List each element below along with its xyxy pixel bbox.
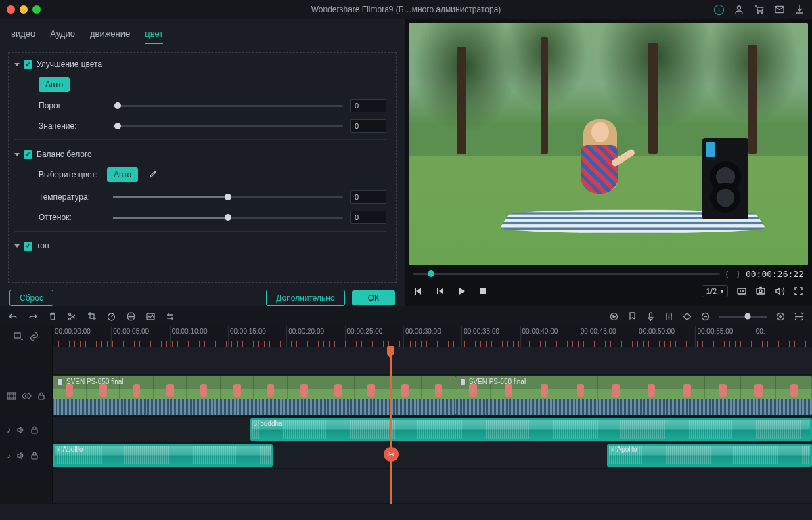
timecode-display: 00:00:26:22 [746, 269, 804, 279]
info-icon[interactable]: i [714, 5, 724, 15]
reset-button[interactable]: Сброс [9, 290, 53, 306]
temperature-value[interactable]: 0 [350, 190, 386, 204]
video-preview[interactable] [409, 23, 808, 265]
video-track-icon [7, 392, 16, 400]
threshold-value[interactable]: 0 [350, 99, 386, 112]
minimize-window[interactable] [20, 5, 28, 14]
tint-label: Оттенок: [39, 213, 106, 222]
speaker-icon[interactable] [16, 426, 25, 434]
render-icon[interactable] [609, 311, 619, 322]
keyframe-icon[interactable] [682, 311, 692, 322]
svg-rect-17 [684, 313, 691, 320]
audio-clip-apollo-1[interactable]: ♪Apolllo [53, 444, 273, 467]
speed-icon[interactable] [106, 311, 116, 322]
crop-icon[interactable] [87, 311, 97, 322]
titlebar: Wondershare Filmora9 (Б…много администра… [0, 0, 812, 19]
window-controls [7, 5, 41, 14]
prev-frame-button[interactable] [413, 286, 424, 297]
maximize-window[interactable] [32, 5, 41, 14]
note-icon: ♪ [57, 446, 60, 453]
stop-button[interactable] [478, 286, 489, 297]
temperature-slider[interactable] [113, 196, 343, 198]
wb-checkbox[interactable]: ✓ [24, 150, 32, 159]
scrub-track[interactable] [413, 273, 720, 275]
preview-zoom-dropdown[interactable]: 1/2▾ [702, 285, 728, 297]
link-icon[interactable] [29, 332, 39, 341]
delete-icon[interactable] [47, 311, 58, 322]
color-icon[interactable] [126, 311, 136, 322]
fullscreen-icon[interactable] [793, 286, 804, 297]
snapshot-icon[interactable] [755, 286, 766, 297]
time-ruler[interactable]: 00:00:00:0000:00:05:0000:00:10:0000:00:1… [53, 326, 812, 347]
marker-icon[interactable] [627, 311, 637, 322]
mixer-icon[interactable] [664, 311, 674, 322]
tab-color[interactable]: цвет [145, 28, 163, 44]
film-icon [459, 379, 466, 385]
wb-auto-button[interactable]: Авто [107, 167, 138, 182]
user-icon[interactable] [734, 4, 744, 15]
chevron-down-icon[interactable] [14, 244, 20, 248]
video-clip-2[interactable]: SVEN PS-650 final [455, 376, 812, 415]
properties-panel: видео Аудио движение цвет ✓ Улучшение цв… [0, 19, 405, 306]
audio-clip-buddha[interactable]: ♪buddha [250, 418, 812, 441]
timeline: 00:00:00:0000:00:05:0000:00:10:0000:00:1… [0, 326, 812, 504]
undo-icon[interactable] [8, 311, 18, 322]
chevron-down-icon[interactable] [14, 153, 20, 156]
tab-video[interactable]: видео [11, 28, 35, 44]
tint-value[interactable]: 0 [350, 211, 386, 224]
film-icon [57, 379, 64, 385]
value-value[interactable]: 0 [350, 119, 386, 133]
record-icon[interactable] [646, 311, 656, 322]
green-screen-icon[interactable] [145, 311, 156, 322]
svg-rect-7 [738, 288, 746, 294]
note-icon: ♪ [611, 446, 614, 453]
tone-section: ✓ тон [14, 241, 386, 251]
play-button[interactable] [456, 286, 467, 297]
tab-motion[interactable]: движение [90, 28, 130, 44]
svg-rect-6 [480, 288, 486, 294]
threshold-slider[interactable] [113, 105, 343, 107]
mail-icon[interactable] [774, 4, 785, 15]
speaker-icon[interactable] [16, 452, 25, 460]
preview-panel: { } 00:00:26:22 1/2▾ [405, 19, 812, 306]
zoom-out-icon[interactable] [700, 311, 710, 322]
lock-icon[interactable] [37, 391, 45, 400]
value-slider[interactable] [113, 125, 343, 127]
svg-point-2 [761, 12, 763, 14]
split-icon[interactable] [67, 311, 77, 322]
step-back-button[interactable] [434, 286, 445, 297]
redo-icon[interactable] [28, 311, 38, 322]
download-icon[interactable] [794, 4, 805, 15]
advanced-button[interactable]: Дополнительно [266, 290, 344, 306]
volume-icon[interactable] [774, 286, 785, 297]
enhance-auto-button[interactable]: Авто [39, 77, 70, 92]
chevron-down-icon[interactable] [14, 63, 20, 66]
tint-slider[interactable] [113, 217, 343, 219]
lock-icon[interactable] [30, 451, 39, 460]
music-icon: ♪ [7, 451, 11, 460]
audio-track-2: ♪ ♪Apolllo ♪Apolllo [0, 443, 812, 469]
svg-rect-24 [32, 429, 37, 433]
value-label: Значение: [39, 121, 106, 131]
timeline-zoom-slider[interactable] [719, 316, 767, 318]
close-window[interactable] [7, 5, 15, 14]
lock-icon[interactable] [30, 425, 39, 434]
quality-icon[interactable] [736, 286, 747, 297]
tab-audio[interactable]: Аудио [50, 28, 75, 44]
zoom-fit-icon[interactable] [794, 311, 804, 322]
tone-checkbox[interactable]: ✓ [24, 242, 32, 251]
enhance-checkbox[interactable]: ✓ [24, 60, 32, 69]
add-track-icon[interactable] [13, 332, 24, 341]
svg-rect-23 [39, 395, 44, 399]
scrub-bar: { } 00:00:26:22 [409, 265, 808, 280]
video-clip-1[interactable]: SVEN PS-650 final [53, 376, 455, 415]
audio-clip-apollo-2[interactable]: ♪Apolllo [607, 444, 812, 467]
eyedropper-icon[interactable] [148, 170, 157, 179]
note-icon: ♪ [254, 420, 258, 427]
adjust-icon[interactable] [165, 311, 175, 322]
svg-point-1 [757, 12, 759, 14]
zoom-in-icon[interactable] [775, 311, 786, 322]
cart-icon[interactable] [754, 4, 765, 15]
ok-button[interactable]: ОК [352, 290, 395, 305]
eye-icon[interactable] [22, 392, 32, 400]
